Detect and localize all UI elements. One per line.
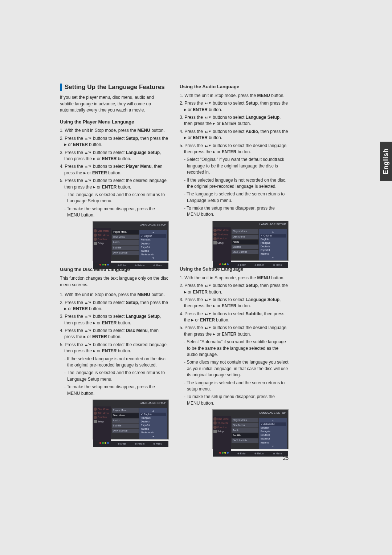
audio-steps: 1. With the unit in Stop mode, press the…	[180, 93, 289, 155]
step: 3. Press the ▲/▼ buttons to select Langu…	[60, 313, 169, 326]
note: - The language is selected and the scree…	[184, 191, 289, 204]
note: - The language is selected and the scree…	[184, 380, 289, 393]
intro-text: If you set the player menu, disc menu, a…	[60, 94, 169, 113]
step: 2. Press the ▲/▼ buttons to select Setup…	[60, 300, 169, 312]
player-menu-heading: Using the Player Menu Language	[60, 119, 169, 126]
step: 5. Press the ▲/▼ buttons to select the d…	[180, 143, 289, 155]
subtitle-notes: - Select "Automatic" if you want the sub…	[180, 339, 289, 406]
language-side-tab: English	[380, 142, 392, 181]
step: 2. Press the ▲/▼ buttons to select Setup…	[180, 100, 289, 113]
step: 5. Press the ▲/▼ buttons to select the d…	[60, 178, 169, 190]
note: - To make the setup menu disappear, pres…	[184, 394, 289, 406]
step: 1. With the unit in Stop mode, press the…	[180, 275, 289, 281]
note: - To make the setup menu disappear, pres…	[184, 205, 289, 218]
note: - To make the setup menu disappear, pres…	[64, 384, 169, 397]
step: 2. Press the ▲/▼ buttons to select Setup…	[180, 283, 289, 295]
step: 2. Press the ▲/▼ buttons to select Setup…	[60, 135, 169, 148]
step: 3. Press the ▲/▼ buttons to select Langu…	[180, 114, 289, 127]
note: - To make the setup menu disappear, pres…	[64, 206, 169, 219]
step: 1. With the unit in Stop mode, press the…	[60, 292, 169, 298]
step: 4. Press the ▲/▼ buttons to select Disc …	[60, 328, 169, 340]
note: - Select "Original" if you want the defa…	[184, 157, 289, 175]
osd-subtitle: LANGUAGE SETUPDisc MenuTitle MenuFunctio…	[212, 409, 289, 449]
player-menu-steps: 1. With the unit in Stop mode, press the…	[60, 127, 169, 190]
step: 1. With the unit in Stop mode, press the…	[60, 127, 169, 134]
disc-menu-notes: - If the selected language is not record…	[60, 356, 169, 397]
step: 4. Press the ▲/▼ buttons to select Playe…	[60, 163, 169, 176]
step: 3. Press the ▲/▼ buttons to select Langu…	[60, 150, 169, 162]
osd-disc-menu: LANGUAGE SETUPDisc MenuTitle MenuFunctio…	[93, 400, 169, 439]
main-heading: Setting Up the Language Features	[60, 84, 169, 91]
osd-audio: LANGUAGE SETUPDisc MenuTitle MenuFunctio…	[212, 221, 289, 261]
note: - Some discs may not contain the languag…	[184, 359, 289, 378]
page-body: Setting Up the Language Features If you …	[60, 84, 332, 462]
note: - If the selected language is not record…	[184, 177, 289, 190]
note: - Select "Automatic" if you want the sub…	[184, 339, 289, 358]
player-menu-notes: - The language is selected and the scree…	[60, 192, 169, 219]
step: 4. Press the ▲/▼ buttons to select Subti…	[180, 311, 289, 324]
note: - The language is selected and the scree…	[64, 192, 169, 204]
step: 3. Press the ▲/▼ buttons to select Langu…	[180, 297, 289, 309]
disc-menu-steps: 1. With the unit in Stop mode, press the…	[60, 292, 169, 355]
subtitle-steps: 1. With the unit in Stop mode, press the…	[180, 275, 289, 338]
left-column: Setting Up the Language Features If you …	[60, 84, 169, 462]
step: 1. With the unit in Stop mode, press the…	[180, 93, 289, 99]
step: 5. Press the ▲/▼ buttons to select the d…	[60, 342, 169, 355]
disc-menu-intro: This function changes the text language …	[60, 275, 169, 288]
right-column: Using the Audio Language 1. With the uni…	[180, 84, 289, 462]
audio-heading: Using the Audio Language	[180, 84, 289, 90]
osd-player-menu: LANGUAGE SETUPDisc MenuTitle MenuFunctio…	[93, 221, 169, 261]
note: - The language is selected and the scree…	[64, 370, 169, 382]
note: - If the selected language is not record…	[64, 356, 169, 369]
step: 5. Press the ▲/▼ buttons to select the d…	[180, 325, 289, 337]
audio-notes: - Select "Original" if you want the defa…	[180, 157, 289, 218]
step: 4. Press the ▲/▼ buttons to select Audio…	[180, 129, 289, 141]
